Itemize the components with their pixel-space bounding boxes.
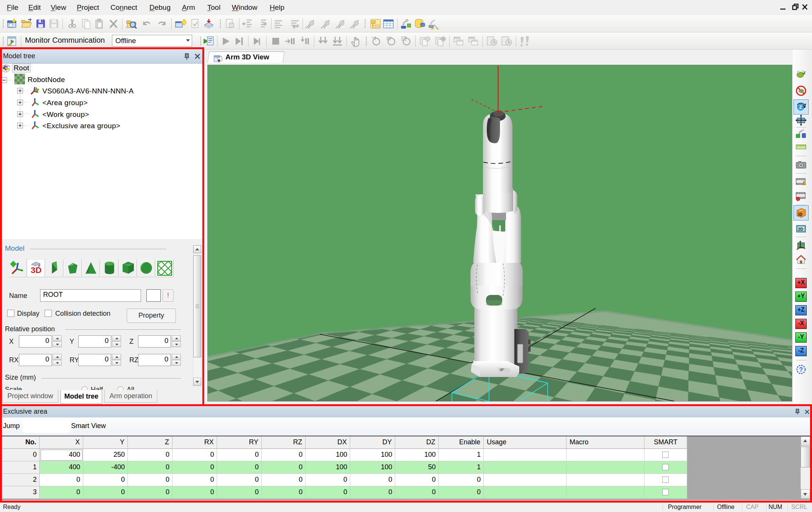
svg-text:?: ?	[799, 366, 803, 373]
svg-text:2D: 2D	[798, 227, 803, 231]
svg-text:3D: 3D	[798, 213, 803, 217]
svg-text:Z: Z	[799, 105, 802, 110]
